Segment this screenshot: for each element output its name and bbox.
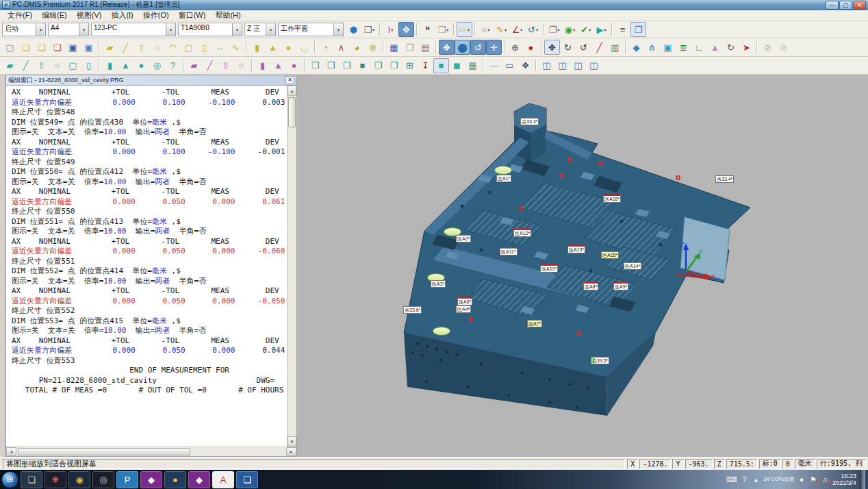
editor-line[interactable]: DIM 位置549= 点 的位置点430 单位=毫米 ,$ (12, 118, 287, 128)
dropdown-caret-icon[interactable]: ▾ (505, 27, 507, 32)
balloon-app-icon[interactable]: ● (164, 471, 186, 488)
color-grid-icon[interactable]: ▦ (386, 40, 402, 55)
angle-dimension-icon[interactable]: ∠▾ (509, 22, 525, 37)
window-layout-icon[interactable]: ❐ (630, 22, 646, 37)
dropdown-caret-icon[interactable]: ▾ (536, 27, 538, 32)
report-folder-icon[interactable]: ❐ (402, 40, 418, 55)
editor-line[interactable]: 图示=关 文本=关 倍率=10.00 输出=两者 半角=否 (12, 227, 287, 237)
measurement-report-text[interactable]: AX NOMINAL +TOL -TOL MEAS DEV逼近矢量方向偏差 0.… (6, 86, 287, 447)
measured-cone-icon[interactable]: ▲ (270, 58, 286, 73)
feature-label[interactable]: 点33.3* (520, 118, 539, 125)
editor-line[interactable]: 逼近矢量方向偏差 0.000 0.050 0.000 0.044 (12, 346, 287, 356)
horizontal-scroll-track[interactable] (192, 447, 286, 456)
probe-tip-combo-arrow-icon[interactable]: ▾ (232, 23, 242, 36)
axes-icon[interactable]: ∟ (691, 40, 707, 55)
feature-label[interactable]: 点33.5* (591, 357, 609, 364)
rotate-select-icon[interactable]: ↻ (723, 40, 739, 55)
disabled-probe-icon[interactable]: ⊘ (760, 40, 776, 55)
dropdown-caret-icon[interactable]: ▾ (487, 27, 489, 32)
vertical-scrollbar[interactable]: ▲ ▼ (287, 86, 296, 447)
editor-line[interactable]: AX NOMINAL +TOL -TOL MEAS DEV (12, 286, 287, 297)
auto-cylinder-icon[interactable]: ▮ (102, 58, 118, 73)
toolbar-options-icon[interactable]: ≡ (615, 22, 630, 37)
explorer-icon[interactable]: ❏ (21, 471, 42, 488)
view-cube-icon[interactable]: ❒▾ (361, 22, 377, 37)
maximize-button[interactable]: ▢ (839, 1, 852, 10)
editor-line[interactable]: DIM 位置552= 点 的位置点414 单位=毫米 ,$ (12, 266, 287, 277)
title-bar[interactable]: P PC-DMIS Premium 2017 R1 (Release) - 机器… (0, 0, 868, 10)
probe-file-combo[interactable]: A4▾ (48, 23, 89, 36)
help-icon[interactable]: ? (741, 475, 749, 484)
feature-label[interactable]: 区A13* (567, 245, 585, 253)
cylinder-feature-icon[interactable]: ▮ (249, 40, 265, 55)
pointer-mode-icon[interactable]: ⇨▾ (457, 22, 472, 37)
workplane-combo[interactable]: 工作平面▾ (278, 23, 344, 36)
machine-table-icon[interactable]: ▥ (607, 40, 623, 55)
probe-file-combo-arrow-icon[interactable]: ▾ (79, 23, 88, 36)
vector-arrow-icon[interactable]: ➤ (739, 40, 754, 55)
editor-line[interactable]: 逼近矢量方向偏差 0.000 0.050 0.000 0.061 (12, 197, 287, 208)
editor-line[interactable]: END OF MEASUREMENT FOR (12, 366, 287, 376)
view-right-icon[interactable]: ❒ (323, 58, 339, 73)
disabled-tool-icon[interactable]: ⊘ (776, 40, 791, 55)
keyboard-icon[interactable]: ⌨ (726, 475, 737, 484)
feature-label[interactable]: 区A8* (583, 282, 598, 290)
solid-view-icon[interactable]: ■ (433, 58, 449, 73)
circle-dimension-icon[interactable]: ○▾ (478, 22, 494, 37)
view-back-icon[interactable]: ❒ (370, 58, 386, 73)
auto-point-icon[interactable]: ▰ (2, 58, 18, 73)
scroll-up-icon[interactable]: ▲ (288, 86, 296, 96)
solid-view-small-icon[interactable]: ◼ (449, 58, 465, 73)
save-icon[interactable]: ▣ (65, 40, 81, 55)
rotate-2d-icon[interactable]: ↻ (560, 40, 576, 55)
view-iso-icon[interactable]: ⊞ (402, 58, 418, 73)
editor-line[interactable]: 终止尺寸 位置551 (12, 257, 287, 267)
editor-line[interactable]: 终止尺寸 位置552 (12, 306, 287, 316)
feature-label[interactable]: 点33.4* (715, 175, 734, 183)
execute-mode-icon[interactable]: ◉▾ (562, 22, 578, 37)
auto-sphere-icon[interactable]: ● (133, 58, 149, 73)
menu-item-2[interactable]: 编辑(E) (37, 10, 72, 21)
scroll-right-icon[interactable]: ► (286, 447, 296, 456)
scroll-down-icon[interactable]: ▼ (288, 436, 296, 447)
menu-item-3[interactable]: 视图(V) (72, 10, 107, 21)
dropdown-caret-icon[interactable]: ▾ (520, 27, 522, 32)
vertical-scroll-thumb[interactable] (288, 97, 296, 127)
feature-label[interactable]: 区A7* (527, 320, 542, 327)
red-sphere-icon[interactable]: ● (523, 40, 539, 55)
editor-line[interactable]: AX NOMINAL +TOL -TOL MEAS DEV (12, 138, 287, 148)
editor-line[interactable]: AX NOMINAL +TOL -TOL MEAS DEV (12, 187, 287, 197)
plane-feature-icon[interactable]: ⇧ (133, 40, 149, 55)
feature-label[interactable]: 点33.6* (403, 306, 422, 314)
editor-line[interactable]: 逼近矢量方向偏差 0.000 0.050 0.000 -0.050 (12, 297, 287, 307)
cone-feature-icon[interactable]: ▲ (265, 40, 281, 55)
solid-part-icon[interactable]: ◆ (628, 40, 644, 55)
pan-button-icon[interactable]: ✥ (439, 40, 455, 55)
probe-tip-combo[interactable]: T1A90B0▾ (178, 23, 242, 36)
measured-point-icon[interactable]: ▰ (186, 58, 202, 73)
start-button[interactable]: ⊞ (1, 471, 18, 488)
taskbar-clock[interactable]: 16:23 2022/3/4 (832, 473, 856, 486)
lighting-icon[interactable]: ▲ (707, 40, 723, 55)
menu-item-4[interactable]: 插入(I) (106, 10, 138, 21)
auto-cone-icon[interactable]: ▲ (118, 58, 133, 73)
confirm-icon[interactable]: ✔▾ (578, 22, 593, 37)
layout-1-icon[interactable]: ◫ (539, 58, 554, 73)
line-dimension-icon[interactable]: ✎▾ (494, 22, 509, 37)
dropdown-caret-icon[interactable]: ▾ (589, 27, 591, 32)
feature-label[interactable]: 区A10* (540, 264, 558, 273)
editor-line[interactable]: AX NOMINAL +TOL -TOL MEAS DEV (12, 237, 287, 247)
menu-item-7[interactable]: 帮助(H) (210, 10, 245, 21)
dropdown-caret-icon[interactable]: ▾ (446, 27, 448, 32)
show-desktop-button[interactable] (860, 470, 865, 489)
grid-view-icon[interactable]: ▦ (465, 58, 481, 73)
feature-label[interactable]: 区A4* (456, 305, 471, 313)
editor-line[interactable]: TOTAL # OF MEAS =0 # OUT OF TOL =0 # OF … (12, 386, 287, 396)
measured-sphere-icon[interactable]: ● (286, 58, 302, 73)
horizontal-scrollbar[interactable]: ◄ ► (6, 447, 296, 456)
axis-combo-arrow-icon[interactable]: ▾ (266, 23, 275, 36)
run-icon[interactable]: ▶▾ (593, 22, 609, 37)
new-program-icon[interactable]: ▢ (2, 40, 18, 55)
program-pages-icon[interactable]: ❐▾ (546, 22, 562, 37)
square-slot-icon[interactable]: ▯ (196, 40, 212, 55)
